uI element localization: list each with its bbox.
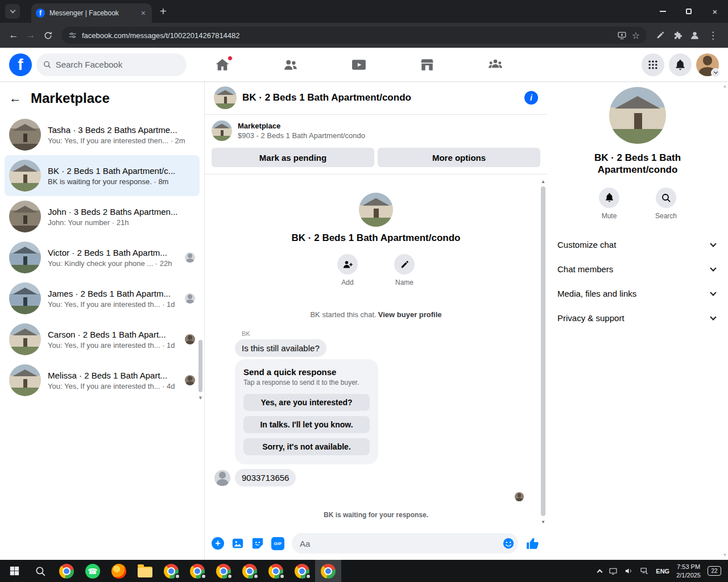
attach-more-button[interactable]: + (212, 537, 224, 550)
taskbar-clock[interactable]: 7:53 PM2/1/2025 (676, 563, 701, 580)
taskbar-chrome-window[interactable] (184, 560, 210, 582)
tab-close-icon[interactable]: × (139, 9, 147, 18)
language-indicator[interactable]: ENG (656, 568, 669, 575)
message-scrollbar[interactable]: ▲ ▼ (540, 179, 547, 525)
incoming-message-bubble[interactable]: Is this still available? (235, 339, 326, 357)
conversation-avatar[interactable] (214, 86, 237, 109)
page-scroll-down-arrow[interactable]: ▼ (722, 552, 727, 558)
nav-marketplace[interactable] (420, 57, 435, 72)
facebook-logo[interactable]: f (9, 53, 32, 76)
network-icon[interactable] (640, 567, 649, 576)
extensions-button[interactable] (669, 27, 685, 43)
taskbar-search-button[interactable] (27, 560, 53, 582)
notifications-button[interactable] (669, 53, 692, 76)
taskbar-chrome-active-window[interactable] (315, 560, 341, 582)
account-menu-button[interactable] (696, 53, 719, 76)
quick-reply-option-2[interactable]: In talks. I'll let you know. (243, 416, 370, 433)
apps-menu-button[interactable] (642, 53, 664, 76)
page-scroll-up-arrow[interactable]: ▲ (722, 84, 727, 89)
sidebar-scrollbar-down-arrow[interactable]: ▼ (198, 395, 203, 401)
start-button[interactable] (1, 560, 27, 582)
bookmark-star-icon[interactable]: ☆ (632, 30, 640, 41)
sender-name: BK (242, 330, 250, 337)
section-privacy-support[interactable]: Privacy & support (553, 306, 722, 330)
edit-name-button[interactable]: Name (386, 254, 423, 286)
browser-profile-button[interactable] (686, 27, 702, 43)
quick-reply-option-1[interactable]: Yes, are you interested? (243, 394, 370, 411)
conversation-title[interactable]: BK · 2 Beds 1 Bath Apartment/condo (242, 92, 519, 103)
tab-search-button[interactable] (5, 4, 20, 19)
hidden-icons-chevron[interactable] (597, 569, 603, 575)
seen-receipt-avatar (185, 252, 195, 263)
taskbar-chrome[interactable] (53, 560, 80, 582)
back-button[interactable]: ← (6, 27, 22, 43)
message-input[interactable] (300, 539, 502, 548)
pc-icon[interactable] (609, 567, 618, 576)
window-minimize-button[interactable] (650, 0, 676, 23)
browser-tab[interactable]: f Messenger | Facebook × (31, 3, 152, 23)
back-arrow-icon[interactable]: ← (9, 91, 22, 106)
chat-list-item-melissa[interactable]: Melissa · 2 Beds 1 Bath Apart... You: Ye… (5, 360, 200, 401)
marketplace-listing-row[interactable]: Marketplace $903 - 2 Beds 1 Bath Apartme… (212, 120, 540, 141)
view-buyer-profile-link[interactable]: View buyer profile (378, 310, 442, 319)
notification-count-badge[interactable]: 22 (708, 566, 721, 576)
search-in-chat-button[interactable]: Search (648, 188, 684, 220)
like-button[interactable] (526, 536, 540, 551)
chat-avatar (9, 323, 41, 355)
scrollbar-thumb[interactable] (541, 186, 545, 516)
section-customize-chat[interactable]: Customize chat (553, 232, 722, 257)
add-person-icon (337, 254, 358, 275)
chat-avatar (9, 364, 41, 396)
install-app-icon[interactable] (617, 31, 627, 40)
sidebar-scrollbar-thumb[interactable] (198, 340, 202, 392)
address-bar[interactable]: facebook.com/messages/t/1002201426781448… (61, 27, 647, 44)
facebook-search[interactable] (36, 53, 187, 76)
scroll-up-arrow[interactable]: ▲ (540, 179, 547, 184)
sticker-button[interactable] (251, 537, 264, 550)
scroll-down-arrow[interactable]: ▼ (540, 519, 547, 525)
section-media-files-links[interactable]: Media, files and links (553, 281, 722, 306)
taskbar-chrome-window[interactable] (237, 560, 263, 582)
speaker-icon[interactable] (624, 567, 633, 575)
taskbar-chrome-window[interactable] (158, 560, 184, 582)
browser-menu-button[interactable]: ⋮ (704, 30, 722, 41)
taskbar-chrome-window[interactable] (263, 560, 289, 582)
message-scroll-area[interactable]: BK · 2 Beds 1 Bath Apartment/condo Add (205, 174, 547, 530)
taskbar-firefox[interactable] (106, 560, 132, 582)
message-bubble[interactable]: 9033713656 (235, 469, 296, 487)
chat-list-item-tasha[interactable]: Tasha · 3 Beds 2 Baths Apartme... You: Y… (5, 114, 200, 155)
chat-list-item-james[interactable]: James · 2 Beds 1 Bath Apartm... You: Yes… (5, 278, 200, 319)
forward-button[interactable]: → (23, 27, 39, 43)
conversation-info-icon[interactable]: i (524, 91, 538, 105)
taskbar-file-explorer[interactable] (132, 560, 158, 582)
more-options-button[interactable]: More options (378, 148, 540, 167)
nav-watch[interactable] (351, 57, 366, 72)
window-close-button[interactable]: × (702, 0, 728, 23)
chat-list-item-bk[interactable]: BK · 2 Beds 1 Bath Apartment/c... BK is … (5, 155, 200, 196)
nav-friends[interactable] (283, 57, 298, 72)
add-contact-button[interactable]: Add (329, 254, 366, 286)
chat-list-item-victor[interactable]: Victor · 2 Beds 1 Bath Apartm... You: Ki… (5, 237, 200, 278)
window-maximize-button[interactable] (676, 0, 702, 23)
chat-list-item-john[interactable]: John · 3 Beds 2 Baths Apartmen... John: … (5, 196, 200, 237)
site-settings-icon[interactable] (68, 31, 77, 40)
message-input-wrap[interactable] (292, 533, 518, 554)
mute-button[interactable]: Mute (591, 188, 627, 220)
section-chat-members[interactable]: Chat members (553, 257, 722, 281)
taskbar-chrome-window[interactable] (210, 560, 237, 582)
mark-as-pending-button[interactable]: Mark as pending (212, 148, 374, 167)
emoji-button[interactable] (502, 537, 515, 550)
search-input[interactable] (56, 60, 180, 69)
nav-home[interactable] (215, 57, 230, 72)
edit-pen-button[interactable] (652, 27, 668, 43)
quick-reply-option-3[interactable]: Sorry, it's not available. (243, 438, 370, 455)
attach-image-button[interactable] (231, 537, 244, 550)
chat-list-item-carson[interactable]: Carson · 2 Beds 1 Bath Apart... You: Yes… (5, 319, 200, 360)
nav-groups[interactable] (488, 57, 503, 72)
taskbar-chrome-window[interactable] (289, 560, 315, 582)
new-tab-button[interactable]: + (160, 5, 167, 18)
taskbar-whatsapp[interactable]: ☎ (80, 560, 106, 582)
gif-button[interactable]: GIF (271, 537, 284, 550)
intro-actions: Add Name (329, 254, 423, 286)
reload-button[interactable] (40, 27, 56, 43)
